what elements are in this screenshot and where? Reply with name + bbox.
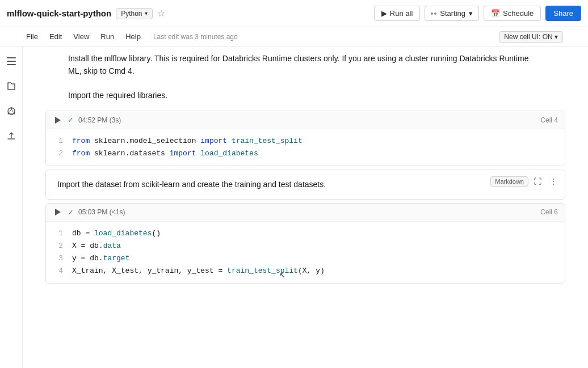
share-button[interactable]: Share [545, 6, 581, 21]
status-dots-icon [431, 12, 436, 15]
header-left: mlflow-quick-start-python Python ▾ ☆ [7, 8, 165, 19]
expand-icon[interactable]: ⛶ [531, 175, 544, 188]
svg-point-4 [10, 108, 12, 109]
calendar-icon: 📅 [491, 9, 500, 18]
code-cell-6-header: ✓ 05:03 PM (<1s) Cell 6 [46, 204, 565, 222]
menu-run[interactable]: Run [99, 30, 115, 43]
svg-line-7 [9, 109, 11, 113]
cell-6-label: Cell 6 [540, 208, 558, 216]
svg-rect-1 [7, 61, 16, 62]
sidebar-icon-network[interactable] [3, 103, 19, 119]
code-line-4: 4 X_train, X_test, y_train, y_test = tra… [55, 265, 556, 277]
success-icon: ✓ [68, 116, 74, 124]
notebook-area: Install the mlflow library. This is requ… [23, 46, 588, 368]
sidebar-icon-upload[interactable] [3, 128, 19, 144]
python-label: Python [121, 10, 142, 18]
menubar: File Edit View Run Help Last edit was 3 … [0, 27, 588, 46]
code-cell-6-body[interactable]: 1 db = load_diabetes() 2 X = db.data 3 y… [46, 222, 565, 283]
play-icon: ▶ [381, 9, 387, 18]
markdown-cell-body: Import the dataset from scikit-learn and… [46, 170, 565, 198]
markdown-cell-toolbar: Markdown ⛶ ⋮ [490, 175, 560, 188]
chevron-down-icon: ▾ [145, 10, 148, 16]
svg-point-5 [7, 113, 9, 115]
svg-point-6 [13, 113, 15, 115]
run-cell-4-button[interactable] [53, 115, 63, 125]
chevron-down-icon: ▾ [555, 33, 558, 41]
sidebar-icon-files[interactable] [3, 78, 19, 94]
menu-view[interactable]: View [72, 30, 90, 43]
svg-rect-2 [7, 64, 16, 65]
code-cell-4[interactable]: ✓ 04:52 PM (3s) Cell 4 1 from sklearn.mo… [45, 111, 565, 166]
cell-4-time: 04:52 PM (3s) [78, 116, 121, 124]
menubar-left: File Edit View Run Help Last edit was 3 … [25, 30, 238, 43]
starting-button[interactable]: Starting ▾ [425, 6, 479, 21]
header-actions: ▶ Run all Starting ▾ 📅 Schedule Share [374, 6, 581, 21]
code-line-3: 3 y = db.target [55, 252, 556, 265]
text-cell-2: Import the required libraries. [23, 83, 588, 107]
run-all-button[interactable]: ▶ Run all [374, 6, 420, 21]
line-1: 1 from sklearn.model_selection import tr… [55, 135, 556, 147]
menu-file[interactable]: File [25, 30, 39, 43]
code-line-2: 2 X = db.data [55, 240, 556, 252]
line-2: 2 from sklearn.datasets import load_diab… [55, 147, 556, 160]
markdown-cell[interactable]: Import the dataset from scikit-learn and… [45, 170, 565, 199]
main-layout: Install the mlflow library. This is requ… [0, 46, 588, 368]
code-line-1: 1 db = load_diabetes() [55, 227, 556, 240]
svg-line-8 [11, 109, 14, 113]
star-icon[interactable]: ☆ [157, 8, 165, 19]
svg-marker-11 [55, 209, 61, 215]
python-badge-button[interactable]: Python ▾ [116, 8, 152, 19]
markdown-text: Import the dataset from scikit-learn and… [57, 180, 326, 189]
success-icon-6: ✓ [68, 208, 74, 217]
notebook-title: mlflow-quick-start-python [7, 9, 111, 18]
cell-4-label: Cell 4 [540, 116, 558, 124]
code-cell-6[interactable]: ✓ 05:03 PM (<1s) Cell 6 1 db = load_diab… [45, 203, 565, 284]
svg-marker-10 [55, 117, 61, 124]
run-cell-6-button[interactable] [53, 207, 63, 217]
cell-6-time: 05:03 PM (<1s) [78, 208, 125, 216]
sidebar-icon-menu[interactable] [3, 53, 19, 69]
menu-edit[interactable]: Edit [48, 30, 63, 43]
code-cell-4-body[interactable]: 1 from sklearn.model_selection import tr… [46, 129, 565, 166]
menubar-right: New cell UI: ON ▾ [499, 31, 563, 43]
new-cell-ui-button[interactable]: New cell UI: ON ▾ [499, 31, 563, 43]
last-edit-text: Last edit was 3 minutes ago [153, 33, 238, 41]
header: mlflow-quick-start-python Python ▾ ☆ ▶ R… [0, 0, 588, 27]
text-cell-1-content: Install the mlflow library. This is requ… [68, 52, 543, 78]
text-cell-1: Install the mlflow library. This is requ… [23, 46, 588, 83]
markdown-badge[interactable]: Markdown [490, 176, 528, 187]
schedule-button[interactable]: 📅 Schedule [484, 6, 541, 21]
chevron-down-icon: ▾ [469, 9, 473, 18]
text-cell-2-content: Import the required libraries. [68, 89, 543, 101]
code-cell-4-header: ✓ 04:52 PM (3s) Cell 4 [46, 111, 565, 129]
sidebar [0, 46, 23, 368]
menu-help[interactable]: Help [124, 30, 142, 43]
more-options-icon[interactable]: ⋮ [547, 175, 560, 188]
svg-rect-0 [7, 57, 16, 58]
